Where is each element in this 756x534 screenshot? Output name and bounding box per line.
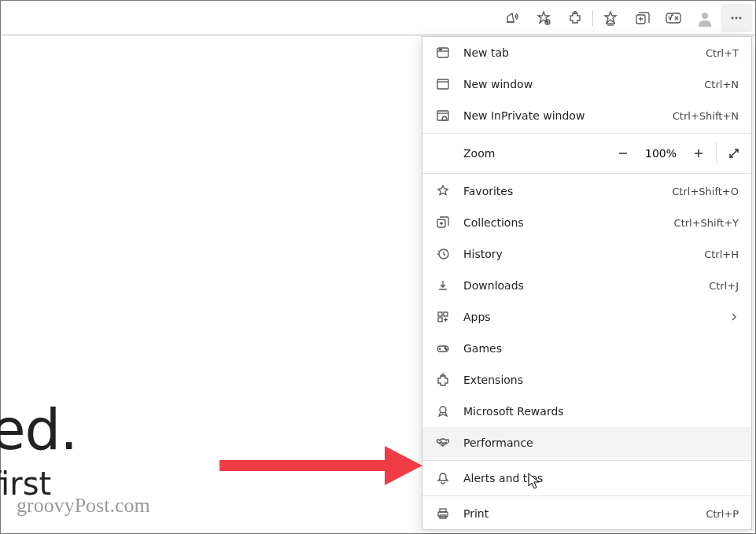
inprivate-icon bbox=[435, 109, 451, 123]
svg-point-19 bbox=[444, 348, 446, 349]
collections-icon[interactable] bbox=[626, 4, 658, 32]
games-icon bbox=[435, 341, 451, 355]
svg-point-22 bbox=[440, 407, 446, 413]
menu-label: Microsoft Rewards bbox=[463, 405, 739, 418]
menu-alerts[interactable]: Alerts and tips bbox=[422, 462, 751, 494]
background-large-text: ted. bbox=[0, 396, 77, 462]
menu-label: Games bbox=[463, 342, 739, 355]
menu-extensions[interactable]: Extensions bbox=[422, 364, 751, 396]
apps-icon bbox=[435, 310, 451, 324]
mouse-cursor bbox=[528, 473, 542, 490]
svg-rect-15 bbox=[438, 312, 442, 316]
download-icon bbox=[435, 278, 451, 293]
menu-label: New InPrivate window bbox=[463, 109, 673, 122]
svg-point-6 bbox=[736, 17, 738, 20]
menu-label: New window bbox=[463, 78, 704, 90]
menu-label: History bbox=[463, 248, 704, 260]
menu-shortcut: Ctrl+P bbox=[706, 508, 739, 520]
svg-point-7 bbox=[739, 17, 742, 20]
menu-shortcut: Ctrl+H bbox=[704, 249, 739, 260]
menu-label: Extensions bbox=[463, 374, 739, 386]
menu-separator bbox=[422, 173, 751, 174]
svg-point-20 bbox=[446, 349, 448, 351]
menu-downloads[interactable]: Downloads Ctrl+J bbox=[422, 270, 751, 301]
menu-history[interactable]: History Ctrl+H bbox=[422, 238, 751, 270]
svg-rect-26 bbox=[219, 460, 393, 471]
print-icon bbox=[435, 506, 451, 521]
zoom-out-button[interactable] bbox=[606, 135, 640, 171]
menu-label: New tab bbox=[463, 46, 706, 59]
svg-point-5 bbox=[732, 17, 734, 20]
svg-point-1 bbox=[574, 12, 577, 14]
menu-label: Print bbox=[463, 507, 706, 520]
new-window-icon bbox=[435, 77, 451, 91]
zoom-value: 100% bbox=[640, 147, 681, 160]
performance-icon bbox=[435, 436, 451, 450]
menu-print[interactable]: Print Ctrl+P bbox=[422, 498, 751, 529]
math-solver-icon[interactable] bbox=[658, 4, 689, 32]
menu-label: Apps bbox=[463, 311, 729, 323]
menu-new-tab[interactable]: New tab Ctrl+T bbox=[422, 37, 751, 68]
svg-rect-17 bbox=[438, 318, 442, 322]
menu-shortcut: Ctrl+J bbox=[709, 280, 739, 292]
menu-label: Favorites bbox=[463, 185, 672, 197]
puzzle-icon bbox=[435, 373, 451, 387]
menu-performance[interactable]: Performance bbox=[422, 427, 751, 459]
rewards-icon bbox=[435, 404, 451, 418]
annotation-arrow bbox=[219, 441, 424, 488]
svg-rect-16 bbox=[444, 312, 448, 316]
favorites-icon[interactable] bbox=[595, 4, 626, 32]
collections-icon bbox=[435, 215, 451, 230]
zoom-label: Zoom bbox=[463, 147, 606, 160]
settings-menu-icon[interactable] bbox=[721, 4, 752, 32]
menu-label: Alerts and tips bbox=[463, 472, 739, 484]
svg-rect-11 bbox=[437, 79, 448, 89]
profile-icon[interactable] bbox=[689, 4, 721, 32]
svg-marker-27 bbox=[385, 446, 422, 485]
add-favorite-icon[interactable] bbox=[528, 4, 559, 32]
menu-label: Collections bbox=[463, 216, 674, 229]
menu-apps[interactable]: Apps bbox=[422, 301, 751, 333]
browser-toolbar bbox=[1, 1, 755, 35]
read-aloud-icon[interactable] bbox=[496, 4, 528, 32]
star-icon bbox=[435, 184, 451, 198]
menu-label: Downloads bbox=[463, 279, 709, 292]
zoom-in-button[interactable] bbox=[681, 135, 716, 171]
menu-separator bbox=[422, 460, 751, 461]
settings-menu-panel: New tab Ctrl+T New window Ctrl+N New InP… bbox=[422, 36, 752, 530]
menu-new-inprivate[interactable]: New InPrivate window Ctrl+Shift+N bbox=[422, 100, 751, 131]
menu-shortcut: Ctrl+Shift+O bbox=[672, 186, 739, 197]
menu-shortcut: Ctrl+T bbox=[706, 47, 739, 59]
menu-favorites[interactable]: Favorites Ctrl+Shift+O bbox=[422, 175, 751, 207]
fullscreen-button[interactable] bbox=[717, 135, 751, 171]
svg-point-4 bbox=[702, 13, 708, 19]
new-tab-icon bbox=[435, 46, 451, 60]
history-icon bbox=[435, 247, 451, 261]
watermark-text: groovyPost.com bbox=[17, 494, 150, 517]
svg-point-9 bbox=[439, 49, 440, 50]
svg-rect-24 bbox=[440, 509, 446, 512]
menu-collections[interactable]: Collections Ctrl+Shift+Y bbox=[422, 207, 751, 238]
menu-new-window[interactable]: New window Ctrl+N bbox=[422, 68, 751, 100]
bell-icon bbox=[435, 471, 451, 485]
svg-point-10 bbox=[441, 49, 441, 50]
chevron-right-icon bbox=[729, 312, 739, 322]
menu-rewards[interactable]: Microsoft Rewards bbox=[422, 396, 751, 427]
menu-separator bbox=[422, 133, 751, 134]
menu-shortcut: Ctrl+Shift+N bbox=[673, 110, 739, 122]
menu-zoom-row: Zoom 100% bbox=[422, 135, 751, 171]
menu-games[interactable]: Games bbox=[422, 333, 751, 364]
menu-separator bbox=[422, 495, 751, 496]
extensions-icon[interactable] bbox=[559, 4, 591, 32]
menu-shortcut: Ctrl+N bbox=[704, 79, 739, 90]
toolbar-separator bbox=[592, 10, 593, 26]
menu-shortcut: Ctrl+Shift+Y bbox=[674, 217, 739, 229]
menu-label: Performance bbox=[463, 436, 739, 449]
svg-point-21 bbox=[442, 374, 444, 377]
